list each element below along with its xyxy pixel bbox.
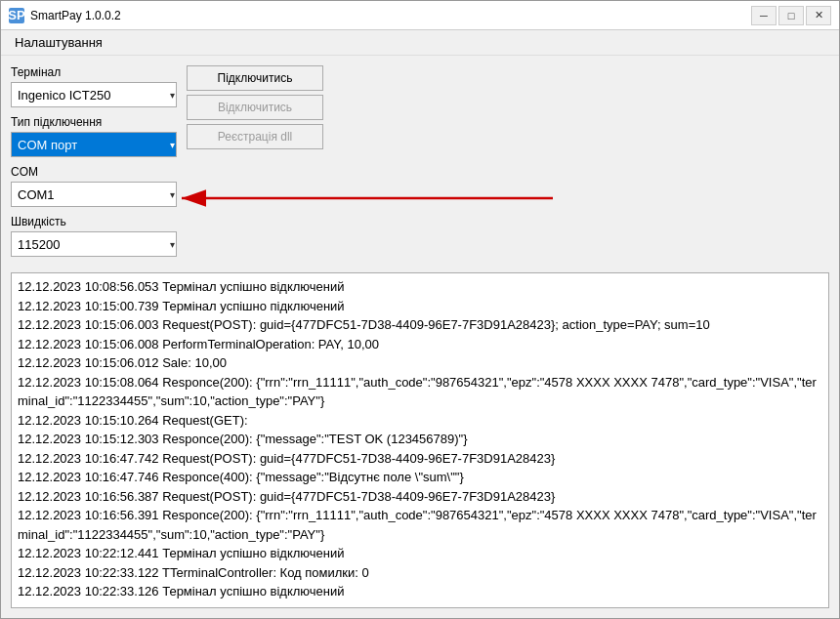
connection-type-dropdown-wrapper: COM порт COM портTCP/IP ▾ [11,132,177,157]
log-line: 12.12.2023 10:16:56.387 Request(POST): g… [18,487,822,507]
terminal-dropdown[interactable]: Ingenico ICT250 Ingenico ICT250 [11,82,177,107]
main-layout: Термінал Ingenico ICT250 Ingenico ICT250… [1,56,839,618]
log-line: 12.12.2023 10:15:00.739 Термінал успішно… [18,297,822,316]
log-line: 12.12.2023 10:15:12.303 Responce(200): {… [18,430,822,449]
title-bar: SP SmartPay 1.0.0.2 ─ □ ✕ [1,1,839,30]
title-bar-left: SP SmartPay 1.0.0.2 [9,8,121,23]
terminal-field-group: Термінал Ingenico ICT250 Ingenico ICT250… [11,65,177,107]
speed-field-group: Швидкість 115200 11520096001920038400 ▾ [11,215,177,257]
window-content: Термінал Ingenico ICT250 Ingenico ICT250… [1,56,839,618]
log-line: 12.12.2023 10:16:47.746 Responce(400): {… [18,468,822,487]
log-line: 12.12.2023 10:16:47.742 Request(POST): g… [18,449,822,469]
maximize-button[interactable]: □ [778,6,804,25]
com-label: COM [11,165,177,179]
terminal-label: Термінал [11,65,177,79]
log-line: 12.12.2023 10:15:06.008 PerformTerminalO… [18,335,822,354]
log-line: 12.12.2023 10:22:33.126 Термінал успішно… [18,582,822,601]
main-window: SP SmartPay 1.0.0.2 ─ □ ✕ Налаштування Т… [0,0,840,619]
log-line: 12.12.2023 10:16:56.391 Responce(200): {… [18,506,822,544]
disconnect-button[interactable]: Відключитись [187,95,323,120]
com-field-group: COM COM1 COM1COM2COM3 ▾ [11,165,177,207]
log-line: 12.12.2023 10:15:06.003 Request(POST): g… [18,315,822,335]
speed-dropdown[interactable]: 115200 11520096001920038400 [11,231,177,257]
log-line: 12.12.2023 10:15:10.264 Request(GET): [18,411,822,431]
connection-type-dropdown[interactable]: COM порт COM портTCP/IP [11,132,177,157]
form-and-buttons: Термінал Ingenico ICT250 Ingenico ICT250… [11,65,829,265]
log-line: 12.12.2023 10:08:56.053 Термінал успішно… [18,277,822,297]
form-col: Термінал Ingenico ICT250 Ingenico ICT250… [11,65,177,265]
buttons-col: Підключитись Відключитись Реєстрація dll [187,65,323,265]
minimize-button[interactable]: ─ [751,6,777,25]
connect-button[interactable]: Підключитись [187,65,323,91]
connection-type-field-group: Тип підключення COM порт COM портTCP/IP … [11,115,177,157]
log-line: 12.12.2023 10:15:06.012 Sale: 10,00 [18,353,822,373]
close-button[interactable]: ✕ [806,6,831,25]
app-icon: SP [9,8,24,23]
window-title: SmartPay 1.0.0.2 [30,9,121,22]
log-line: 12.12.2023 10:22:33.122 TTerminalControl… [18,563,822,583]
register-dll-button[interactable]: Реєстрація dll [187,124,323,149]
log-line: 12.12.2023 10:15:08.064 Responce(200): {… [18,373,822,411]
speed-dropdown-wrapper: 115200 11520096001920038400 ▾ [11,231,177,257]
menu-item-settings[interactable]: Налаштування [9,33,108,52]
terminal-dropdown-wrapper: Ingenico ICT250 Ingenico ICT250 ▾ [11,82,177,107]
menu-bar: Налаштування [1,30,839,56]
speed-label: Швидкість [11,215,177,228]
window-controls: ─ □ ✕ [751,6,831,25]
log-line: 12.12.2023 10:22:12.441 Термінал успішно… [18,544,822,563]
com-dropdown[interactable]: COM1 COM1COM2COM3 [11,182,177,207]
log-container: 12.12.2023 10:08:56.053 Термінал успішно… [11,272,829,608]
com-dropdown-wrapper: COM1 COM1COM2COM3 ▾ [11,182,177,207]
log-area[interactable]: 12.12.2023 10:08:56.053 Термінал успішно… [12,273,828,607]
connection-type-label: Тип підключення [11,115,177,129]
